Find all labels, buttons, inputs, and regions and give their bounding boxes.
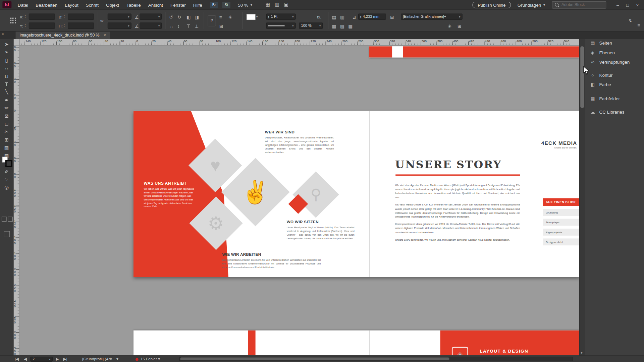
select-container-icon[interactable]: ✳ [228,15,232,20]
publish-online-button[interactable]: Publish Online [472,1,511,8]
pencil-tool[interactable]: ✏ [0,104,13,112]
stepper-down-icon[interactable]: ▾ [268,17,269,18]
type-tool[interactable]: T [0,80,13,88]
story-title[interactable]: UNSERE STORY [395,159,502,171]
quick-apply-icon[interactable]: ✳ [448,24,451,29]
panel-farbe[interactable]: ◧Farbe [585,80,644,88]
width-input[interactable] [68,13,94,19]
spread[interactable]: ♥ ✌ ⚲ ⚙ WAS UNS ANTREIBT Wir lieben, was… [133,111,579,277]
opacity-select[interactable]: 100 % ▾ [299,22,323,28]
last-page-button[interactable]: ▶| [63,356,67,362]
wrap-none-button[interactable]: ▤ [332,15,336,20]
panel-menu-icon[interactable]: ≡ [637,22,640,27]
scissors-tool[interactable]: ✂ [0,128,13,136]
collapse-panel-icon[interactable]: » [2,32,4,36]
add-style-icon[interactable]: ⊞ [458,24,461,29]
corner-options-icon[interactable]: ⊿ [353,15,356,20]
next-spread-edge[interactable]: ◈ LAYOUT & DESIGN [133,330,579,356]
menu-datei[interactable]: Datei [14,2,32,7]
section-wie-wir-arbeiten[interactable]: WIE WIR ARBEITEN Das gemeinsame Arbeiten… [222,252,321,269]
horizontal-scrollbar[interactable] [179,357,573,361]
zoom-tool[interactable]: ◎ [0,184,13,191]
scroll-down-icon[interactable]: ▾ [581,351,582,355]
align-rows-button[interactable]: ≡ [219,15,222,20]
stepper-down-icon[interactable]: ▾ [24,25,25,27]
gradient-tool[interactable]: ▨ [0,144,13,152]
scale-x-input[interactable]: ▾ [108,13,131,19]
rotate-cw-button[interactable]: ↻ [177,15,181,20]
stock-button[interactable]: St [222,1,230,8]
wrap-ignore-button[interactable]: ▩ [348,24,353,29]
search-input[interactable] [560,2,599,7]
object-style-select[interactable]: [Einfacher Grafikrahmen]+ ▾ [401,13,463,19]
menu-schrift[interactable]: Schrift [82,2,102,7]
page-tool[interactable]: ▯ [0,57,13,64]
previous-spread-edge[interactable] [369,46,579,57]
rotate-ccw-button[interactable]: ↺ [169,15,173,20]
story-paragraph[interactable]: Als 4eck Media GmbH & Co. KG firmieren w… [395,203,520,219]
view-options-icon[interactable]: ▥ [275,2,279,7]
wrap-around-button[interactable]: ▥ [340,15,344,20]
menu-bearbeiten[interactable]: Bearbeiten [32,2,61,7]
stepper-down-icon[interactable]: ▾ [360,17,361,18]
next-page-button[interactable]: ▶ [56,356,59,362]
bridge-button[interactable]: Br [210,1,218,8]
vertical-ruler[interactable]: 8 06 04 02 002 04 06 08 01 0 01 2 01 4 0… [13,45,20,356]
eyedropper-tool[interactable]: ✐ [0,168,13,175]
story-paragraph[interactable]: Wir sind eine Agentur für neue Medien au… [395,183,520,199]
line-tool[interactable]: ╲ [0,88,13,96]
direct-selection-tool[interactable]: ➢ [0,49,13,56]
close-tab-button[interactable]: × [104,33,106,37]
vertical-scroll-thumb[interactable] [580,46,584,108]
close-button[interactable]: × [633,2,642,7]
minimize-button[interactable]: – [613,2,623,7]
stepper-down-icon[interactable]: ▾ [24,16,25,18]
sidebar-row[interactable]: Designverliebt [543,238,579,245]
canvas[interactable]: ♥ ✌ ⚲ ⚙ WAS UNS ANTREIBT Wir lieben, was… [19,45,579,356]
flip-vertical-button[interactable]: ◨ [195,15,199,20]
x-input[interactable] [29,13,55,19]
wrap-jumpover-button[interactable]: ▧ [340,24,344,29]
page-number-select[interactable]: 2 ▾ [31,357,53,362]
rectangle-tool[interactable]: □ [0,120,13,128]
y-input[interactable] [29,22,55,28]
menu-objekt[interactable]: Objekt [102,2,123,7]
first-page-button[interactable]: |◀ [15,356,19,362]
grid-view-icon[interactable]: ▦ [266,2,270,7]
story-paragraphs[interactable]: Wir sind eine Agentur für neue Medien au… [395,183,520,245]
stroke-type-select[interactable]: ▾ [266,22,296,28]
free-transform-tool[interactable]: ⊞ [0,136,13,143]
zoom-level-control[interactable]: 50 % ▾ [238,2,253,7]
horizontal-ruler[interactable]: 1401201008060402002040608010012014016018… [19,39,579,46]
stroke-weight-select[interactable]: ▴▾ 1 Pt ▾ [266,13,296,19]
gap-tool[interactable]: ↔ [0,64,13,72]
preflight-errors[interactable]: 15 Fehler ▾ [141,356,160,362]
stepper-down-icon[interactable]: ▾ [64,25,65,27]
panel-farbfelder[interactable]: ▦Farbfelder [585,95,644,103]
menu-ansicht[interactable]: Ansicht [145,2,167,7]
content-collector-tool[interactable]: ⊔ [0,72,13,80]
scale-y-input[interactable]: ▾ [108,22,131,28]
sidebar-row[interactable]: Gründung [543,209,579,216]
frame-fitting-icon[interactable]: ⊟ [390,15,394,20]
panel-ebenen[interactable]: ◈Ebenen [585,48,644,56]
section-wo-wir-sitzen[interactable]: WO WIR SITZEN Unser Headquarter liegt in… [287,220,355,240]
align-bottom-button[interactable]: ⊥ [195,24,199,29]
selection-tool[interactable]: ➤ [0,41,13,48]
panel-cc-libraries[interactable]: ☁CC Libraries [585,108,644,116]
menu-layout[interactable]: Layout [61,2,82,7]
height-input[interactable] [68,22,94,28]
vertical-scrollbar[interactable]: ▾ [579,39,585,355]
corner-radius-input[interactable]: ▴▾ 4,233 mm [358,13,386,19]
left-page-red-text[interactable]: Wir lieben, was wir tun. Weil wir jeden … [144,187,194,208]
left-page-red-title[interactable]: WAS UNS ANTREIBT [144,181,187,185]
chevron-down-icon[interactable]: ▾ [256,15,258,18]
rectangle-frame-tool[interactable]: ⊠ [0,112,13,120]
sidebar-row[interactable]: Eigenprojekte [543,229,579,236]
rotation-input[interactable]: ▾ [140,13,162,19]
flip-horizontal-button[interactable]: ◧ [186,15,191,20]
menu-fenster[interactable]: Fenster [167,2,190,7]
screen-mode-icon[interactable]: ▣ [284,2,288,7]
quick-actions-icon[interactable]: ↯ [628,18,632,23]
swap-hor-icon[interactable]: ↔ [169,24,173,29]
